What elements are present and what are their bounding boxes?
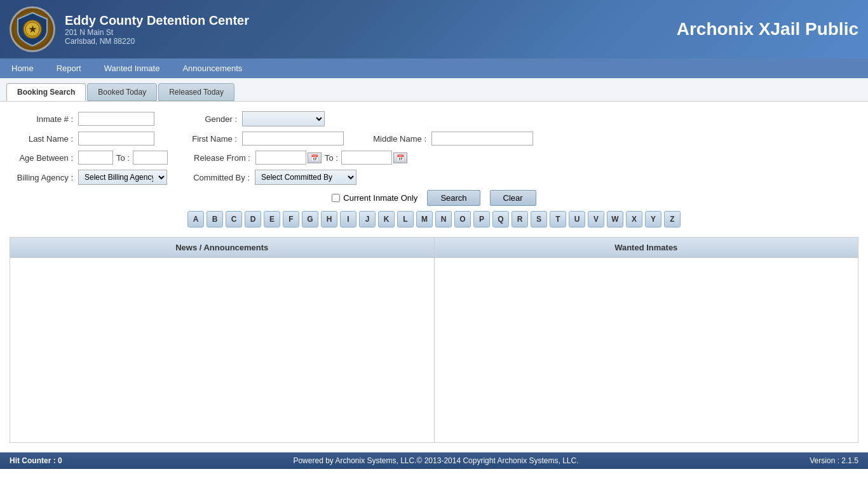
shield-icon: ★ [17,11,48,47]
news-header: News / Announcements [10,238,434,258]
main-content: Inmate # : Gender : Male Female Last Nam… [0,102,868,452]
current-inmate-checkbox[interactable] [332,194,340,202]
alpha-btn-y[interactable]: Y [645,211,661,227]
clear-button[interactable]: Clear [490,190,536,206]
wanted-section: Wanted Inmates [435,238,858,442]
form-row-2: Last Name : First Name : Middle Name : [10,132,858,146]
alpha-btn-g[interactable]: G [302,211,318,227]
middlename-input[interactable] [431,132,533,146]
search-button[interactable]: Search [427,190,480,206]
alpha-btn-b[interactable]: B [207,211,223,227]
age-group: Age Between : To : [10,151,168,165]
form-row-4: Billing Agency : Select Billing Agency C… [10,170,858,185]
inmate-number-input[interactable] [78,112,154,126]
committed-by-select[interactable]: Select Committed By [255,170,356,185]
alpha-btn-u[interactable]: U [569,211,585,227]
age-to-input[interactable] [133,151,168,165]
billing-label: Billing Agency : [10,173,73,182]
firstname-label: First Name : [173,134,237,144]
alpha-btn-n[interactable]: N [435,211,452,227]
alpha-btn-r[interactable]: R [512,211,528,227]
billing-agency-select[interactable]: Select Billing Agency [78,170,167,185]
middlename-group: Middle Name : [363,132,533,146]
alpha-btn-q[interactable]: Q [492,211,509,227]
wanted-header: Wanted Inmates [435,238,858,258]
content-tables: News / Announcements Wanted Inmates [10,237,858,443]
age-label: Age Between : [10,153,73,163]
lastname-label: Last Name : [10,134,73,144]
tab-released-today[interactable]: Released Today [158,83,234,101]
alpha-btn-z[interactable]: Z [664,211,681,227]
org-name: Eddy County Detention Center [65,13,677,28]
age-from-input[interactable] [78,151,113,165]
news-section: News / Announcements [10,238,435,442]
nav-wanted-inmate[interactable]: Wanted Inmate [93,58,172,78]
alpha-btn-l[interactable]: L [397,211,414,227]
middlename-label: Middle Name : [363,134,426,144]
gender-group: Gender : Male Female [173,111,325,126]
alpha-btn-f[interactable]: F [283,211,299,227]
firstname-group: First Name : [173,132,344,146]
release-from-cal-button[interactable]: 📅 [308,152,322,163]
gender-select[interactable]: Male Female [242,111,325,126]
alpha-btn-p[interactable]: P [473,211,490,227]
wanted-body [435,258,858,442]
search-controls: Current Inmate Only Search Clear [10,190,858,206]
page-header: ★ Eddy County Detention Center 201 N Mai… [0,0,868,58]
header-text: Eddy County Detention Center 201 N Main … [65,13,677,46]
org-address1: 201 N Main St [65,28,677,37]
alpha-btn-m[interactable]: M [416,211,433,227]
alpha-btn-t[interactable]: T [550,211,566,227]
alpha-btn-e[interactable]: E [264,211,280,227]
nav-home[interactable]: Home [0,58,45,78]
inmate-group: Inmate # : [10,112,154,126]
tab-booked-today[interactable]: Booked Today [87,83,157,101]
svg-text:★: ★ [29,24,37,34]
alpha-btn-d[interactable]: D [245,211,261,227]
alphabet-row: ABCDEFGHIJKLMNOPQRSTUVWXYZ [10,211,858,227]
alpha-btn-h[interactable]: H [321,211,337,227]
release-to-input[interactable] [341,151,392,165]
org-logo: ★ [10,6,55,52]
alpha-btn-k[interactable]: K [378,211,395,227]
alpha-btn-s[interactable]: S [531,211,547,227]
release-group: Release From : 📅 To : 📅 [187,151,407,165]
lastname-group: Last Name : [10,132,154,146]
news-body [10,258,434,442]
tab-booking-search[interactable]: Booking Search [6,83,86,101]
lastname-input[interactable] [78,132,154,146]
committed-group: Committed By : Select Committed By [186,170,356,185]
tab-bar: Booking Search Booked Today Released Tod… [0,78,868,102]
version-label: Version : 2.1.5 [810,456,858,465]
alpha-btn-v[interactable]: V [588,211,604,227]
main-nav: Home Report Wanted Inmate Announcements [0,58,868,78]
inmate-label: Inmate # : [10,114,73,124]
alpha-btn-x[interactable]: X [626,211,642,227]
brand-title: Archonix XJail Public [677,19,858,39]
release-from-label: Release From : [187,153,250,163]
form-row-3: Age Between : To : Release From : 📅 To :… [10,151,858,165]
page-footer: Hit Counter : 0 Powered by Archonix Syst… [0,452,868,469]
release-from-input[interactable] [255,151,306,165]
alpha-btn-o[interactable]: O [454,211,471,227]
alpha-btn-a[interactable]: A [187,211,204,227]
hit-counter: Hit Counter : 0 [10,456,62,465]
org-address2: Carlsbad, NM 88220 [65,37,677,46]
form-row-1: Inmate # : Gender : Male Female [10,111,858,126]
alpha-btn-w[interactable]: W [607,211,623,227]
gender-label: Gender : [173,114,237,124]
alpha-btn-c[interactable]: C [226,211,242,227]
billing-group: Billing Agency : Select Billing Agency [10,170,167,185]
nav-report[interactable]: Report [45,58,93,78]
release-to-label: To : [325,153,338,163]
alpha-btn-j[interactable]: J [359,211,376,227]
nav-announcements[interactable]: Announcements [171,58,254,78]
release-to-cal-button[interactable]: 📅 [393,152,407,163]
firstname-input[interactable] [242,132,344,146]
committed-label: Committed By : [186,173,250,182]
current-inmate-group: Current Inmate Only [332,193,417,203]
alpha-btn-i[interactable]: I [340,211,356,227]
current-inmate-label: Current Inmate Only [343,193,417,203]
footer-copyright: Powered by Archonix Systems, LLC.© 2013-… [62,456,810,465]
age-to-label: To : [116,153,130,163]
